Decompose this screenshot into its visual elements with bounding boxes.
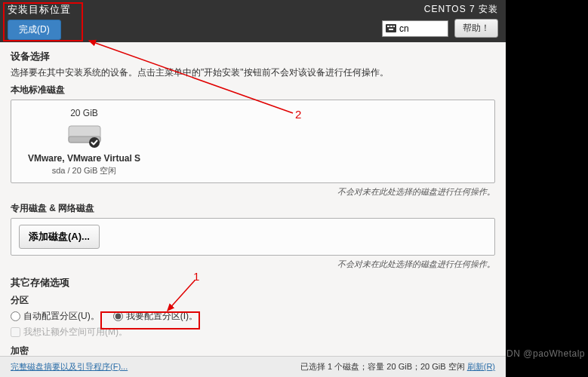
partition-label: 分区 <box>11 294 495 307</box>
refresh-link[interactable]: 刷新(R) <box>467 362 495 371</box>
keyboard-layout-label: cn <box>399 23 409 34</box>
auto-partition-input[interactable] <box>11 311 20 321</box>
footer-status: 已选择 1 个磁盘；容量 20 GiB；20 GiB 空闲 刷新(R) <box>300 361 495 372</box>
manual-partition-label: 我要配置分区(I)。 <box>126 310 198 323</box>
local-disk-note: 不会对未在此处选择的磁盘进行任何操作。 <box>11 186 495 198</box>
extra-space-input <box>11 327 20 337</box>
manual-partition-radio[interactable]: 我要配置分区(I)。 <box>113 310 198 323</box>
special-disks-title: 专用磁盘 & 网络磁盘 <box>11 202 495 215</box>
device-selection-title: 设备选择 <box>11 50 495 63</box>
storage-options-title: 其它存储选项 <box>11 276 495 290</box>
special-disk-note: 不会对未在此处选择的磁盘进行任何操作。 <box>11 259 495 270</box>
disk-size: 20 GiB <box>22 108 146 118</box>
add-disk-button[interactable]: 添加磁盘(A)... <box>19 225 100 249</box>
auto-partition-radio[interactable]: 自动配置分区(U)。 <box>11 310 100 323</box>
done-button[interactable]: 完成(D) <box>8 20 61 40</box>
special-disks-frame: 添加磁盘(A)... <box>11 218 495 256</box>
disk-subinfo: sda / 20 GiB 空闲 <box>22 165 146 176</box>
footer-bar: 完整磁盘摘要以及引导程序(F)... 已选择 1 个磁盘；容量 20 GiB；2… <box>0 356 506 377</box>
header-bar: 安装目标位置 完成(D) CENTOS 7 安装 cn 帮助！ <box>0 0 506 42</box>
local-disks-frame: 20 GiB VMware, VMware Virtual S sda / 20… <box>11 100 495 183</box>
extra-space-label: 我想让额外空间可用(M)。 <box>23 326 128 339</box>
help-button[interactable]: 帮助！ <box>454 19 498 38</box>
watermark: DN @paoWhetalp <box>506 348 585 359</box>
page-title: 安装目标位置 <box>8 3 71 17</box>
partition-options-row: 自动配置分区(U)。 我要配置分区(I)。 <box>11 310 495 323</box>
keyboard-icon <box>386 24 396 32</box>
installer-title: CENTOS 7 安装 <box>424 3 498 16</box>
extra-space-checkbox: 我想让额外空间可用(M)。 <box>11 326 495 339</box>
disk-summary-link[interactable]: 完整磁盘摘要以及引导程序(F)... <box>11 361 128 372</box>
encrypt-title: 加密 <box>11 345 495 356</box>
main-content: 设备选择 选择要在其中安装系统的设备。点击主菜单中的"开始安装"按钮前不会对该设… <box>0 42 506 356</box>
disk-item[interactable]: 20 GiB VMware, VMware Virtual S sda / 20… <box>22 108 146 176</box>
device-selection-desc: 选择要在其中安装系统的设备。点击主菜单中的"开始安装"按钮前不会对该设备进行任何… <box>11 66 495 79</box>
local-disks-title: 本地标准磁盘 <box>11 84 495 97</box>
hard-disk-icon <box>67 121 102 149</box>
footer-status-text: 已选择 1 个磁盘；容量 20 GiB；20 GiB 空闲 <box>300 362 467 371</box>
auto-partition-label: 自动配置分区(U)。 <box>23 310 100 323</box>
manual-partition-input[interactable] <box>113 311 123 321</box>
disk-name: VMware, VMware Virtual S <box>22 153 146 164</box>
keyboard-layout-selector[interactable]: cn <box>382 20 448 37</box>
